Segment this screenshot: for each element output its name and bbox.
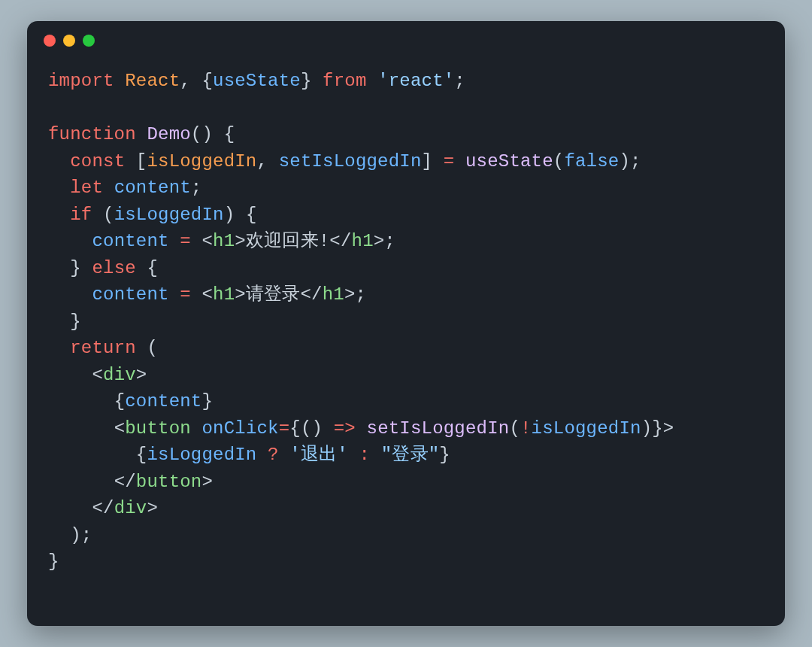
- code-token: >: [147, 498, 158, 518]
- code-token: function: [48, 124, 136, 144]
- code-token: false: [564, 151, 619, 172]
- code-window: import React, {useState} from 'react'; f…: [27, 21, 785, 626]
- code-token: >;: [374, 231, 395, 251]
- code-token: [169, 231, 180, 251]
- code-line: </div>: [48, 498, 158, 518]
- code-token: useState: [465, 151, 553, 172]
- code-token: {: [114, 391, 126, 412]
- code-token: 'react': [377, 71, 454, 91]
- code-token: [454, 151, 465, 172]
- code-token: }: [439, 445, 450, 465]
- code-token: if: [70, 205, 92, 225]
- code-token: </: [329, 231, 351, 251]
- code-token: <: [92, 365, 103, 385]
- code-token: h1: [213, 231, 235, 251]
- code-line: return (: [48, 338, 158, 358]
- code-token: [279, 445, 290, 465]
- code-token: onClick: [201, 418, 278, 439]
- code-token: }: [201, 391, 213, 412]
- code-token: >: [235, 231, 246, 251]
- code-token: </: [92, 498, 114, 518]
- code-line: <button onClick={() => setIsLoggedIn(!is…: [48, 418, 674, 439]
- code-token: =: [279, 418, 290, 439]
- code-token: ) {: [224, 205, 257, 225]
- code-line: import React, {useState} from 'react';: [48, 71, 465, 91]
- code-line: const [isLoggedIn, setIsLoggedIn] = useS…: [48, 151, 641, 172]
- code-token: [191, 418, 202, 439]
- code-token: );: [619, 151, 641, 172]
- code-line: }: [48, 551, 59, 572]
- code-token: }: [70, 311, 81, 332]
- code-token: =: [180, 231, 191, 251]
- code-token: () {: [191, 124, 235, 144]
- code-token: </: [114, 472, 136, 492]
- code-token: h1: [323, 284, 344, 305]
- code-token: else: [92, 258, 135, 278]
- code-token: return: [70, 338, 136, 358]
- code-line: }: [48, 311, 81, 332]
- code-token: setIsLoggedIn: [279, 151, 422, 172]
- code-token: import: [48, 71, 114, 91]
- code-token: isLoggedIn: [532, 418, 641, 439]
- code-token: (: [509, 418, 520, 439]
- code-token: [: [125, 151, 147, 172]
- code-line: {isLoggedIn ? '退出' : "登录"}: [48, 445, 450, 465]
- code-token: Demo: [147, 124, 190, 144]
- code-token: setIsLoggedIn: [367, 418, 510, 439]
- code-token: h1: [213, 284, 235, 305]
- code-token: useState: [213, 71, 301, 91]
- code-line: content = <h1>请登录</h1>;: [48, 284, 366, 305]
- code-token: >: [136, 365, 147, 385]
- code-line: let content;: [48, 178, 201, 198]
- code-token: ,: [256, 151, 278, 172]
- code-token: [370, 445, 381, 465]
- code-token: }: [48, 551, 59, 572]
- code-token: [256, 445, 268, 465]
- code-token: 欢迎回来!: [246, 231, 329, 251]
- code-token: ;: [454, 71, 465, 91]
- code-token: div: [114, 498, 147, 518]
- code-token: const: [70, 151, 125, 172]
- code-token: )}>: [641, 418, 674, 439]
- code-token: [169, 284, 180, 305]
- code-token: content: [92, 231, 168, 251]
- code-token: (: [136, 338, 158, 358]
- code-token: {: [136, 445, 147, 465]
- code-token: isLoggedIn: [147, 445, 256, 465]
- code-line: <div>: [48, 365, 147, 385]
- minimize-icon[interactable]: [63, 35, 75, 47]
- code-token: }: [70, 258, 92, 278]
- code-line: </button>: [48, 472, 213, 492]
- code-token: [114, 71, 126, 91]
- code-token: {(): [289, 418, 333, 439]
- code-token: div: [103, 365, 136, 385]
- code-token: content: [92, 284, 168, 305]
- code-token: ]: [422, 151, 444, 172]
- code-token: '退出': [289, 445, 348, 465]
- code-line: {content}: [48, 391, 213, 412]
- window-titlebar: [27, 21, 785, 60]
- code-token: [136, 124, 147, 144]
- code-editor[interactable]: import React, {useState} from 'react'; f…: [27, 60, 785, 626]
- code-line: } else {: [48, 258, 158, 278]
- code-token: isLoggedIn: [114, 205, 224, 225]
- zoom-icon[interactable]: [83, 35, 95, 47]
- code-token: "登录": [381, 445, 440, 465]
- code-token: <: [191, 284, 213, 305]
- code-token: >: [235, 284, 246, 305]
- code-token: [103, 178, 114, 198]
- code-token: }: [301, 71, 323, 91]
- code-token: h1: [352, 231, 374, 251]
- code-token: ;: [191, 178, 202, 198]
- code-token: >;: [344, 284, 366, 305]
- code-token: (: [553, 151, 565, 172]
- code-token: <: [114, 418, 126, 439]
- code-token: <: [191, 231, 213, 251]
- page-background: import React, {useState} from 'react'; f…: [0, 0, 812, 647]
- code-token: =>: [334, 418, 356, 439]
- code-token: );: [70, 525, 92, 545]
- close-icon[interactable]: [44, 35, 56, 47]
- code-token: isLoggedIn: [147, 151, 256, 172]
- code-token: =: [444, 151, 455, 172]
- code-token: from: [323, 71, 366, 91]
